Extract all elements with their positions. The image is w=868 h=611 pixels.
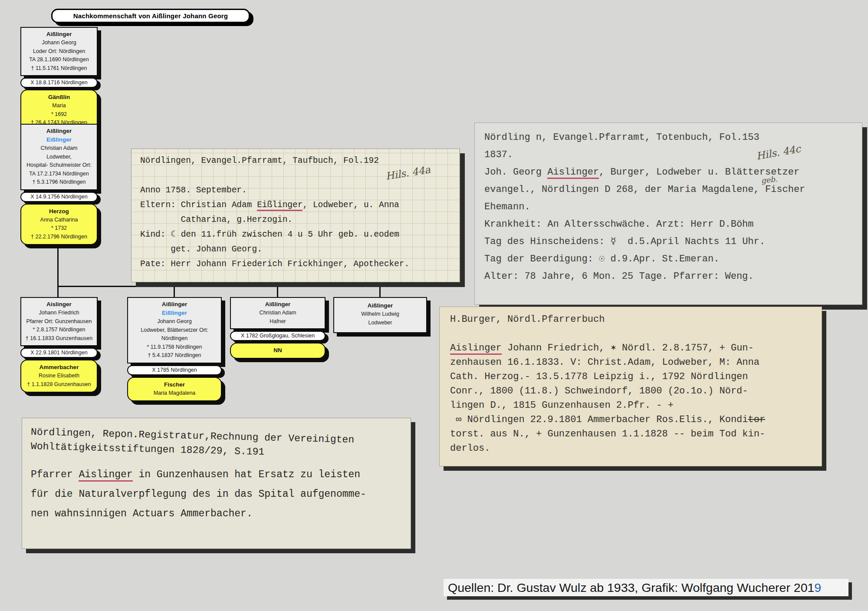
person-surname: Aislinger bbox=[22, 300, 96, 309]
source-attribution-text: Quellen: Dr. Gustav Wulz ab 1933, Grafik… bbox=[448, 581, 814, 595]
person-box-christian-adam-jr: Aißlinger Christian AdamHafner bbox=[230, 297, 326, 329]
marriage-pill: X 1785 Nördlingen bbox=[127, 365, 222, 375]
spouse-box-fischer: Fischer Maria Magdalena bbox=[127, 377, 222, 402]
chart-title: Nachkommenschaft von Aißlinger Johann Ge… bbox=[73, 12, 228, 20]
connector-bus bbox=[57, 286, 381, 287]
person-surname: Aißlinger bbox=[232, 300, 324, 309]
document-text: H.Burger, Nördl.PfarrerbuchAislinger Joh… bbox=[450, 312, 811, 456]
spouse-box-ammerbacher: Ammerbacher Rosine Elisabeth† 1.1.1828 G… bbox=[20, 360, 98, 393]
spouse-surname: Gänßlin bbox=[22, 93, 96, 102]
person-box-johann-georg-sr: Aißlinger Johann GeorgLoder Ort: Nördlin… bbox=[20, 27, 98, 76]
person-details: Johann FriedrichPfarrer Ort: Gunzenhause… bbox=[22, 309, 96, 343]
person-surname: Aißlinger bbox=[129, 300, 220, 309]
document-text: Nördlingen, Repon.Registratur,Rechnung d… bbox=[31, 425, 402, 524]
document-registratur: Nördlingen, Repon.Registratur,Rechnung d… bbox=[22, 418, 411, 549]
spouse-surname: NN bbox=[232, 346, 324, 355]
marriage-pill: X 14.9.1756 Nördlingen bbox=[20, 192, 98, 202]
family-unit-christian-adam-jr: Aißlinger Christian AdamHafner X 1782 Gr… bbox=[230, 297, 326, 359]
family-unit-christian-adam: Aißlinger Eißlinger Christian AdamLodweb… bbox=[20, 124, 98, 245]
person-details: Christian AdamLodweber,Hospital- Schulme… bbox=[22, 144, 96, 187]
family-unit-johann-georg-sr: Aißlinger Johann GeorgLoder Ort: Nördlin… bbox=[20, 27, 98, 131]
person-alt-surname: Eißlinger bbox=[22, 135, 96, 144]
person-box-wilhelm-ludwig: Aißlinger Wilhelm LudwigLodweber bbox=[333, 297, 427, 333]
spouse-surname: Ammerbacher bbox=[22, 363, 96, 372]
source-attribution-bar: Quellen: Dr. Gustav Wulz ab 1933, Grafik… bbox=[444, 579, 848, 596]
person-alt-surname: Eißlinger bbox=[129, 309, 220, 317]
person-box-johann-georg-jr: Aißlinger Eißlinger Johann GeorgLodweber… bbox=[127, 297, 222, 363]
person-details: Johann GeorgLoder Ort: NördlingenTA 28.1… bbox=[22, 39, 96, 73]
source-attribution-year-digit: 9 bbox=[814, 581, 821, 595]
genealogy-chart-canvas: Nachkommenschaft von Aißlinger Johann Ge… bbox=[0, 0, 868, 611]
person-details: Johann GeorgLodweber, Blättersetzer Ort:… bbox=[129, 317, 220, 360]
person-surname: Aißlinger bbox=[22, 30, 96, 39]
spouse-surname: Herzog bbox=[22, 207, 96, 216]
marriage-pill: X 22.9.1801 Nördlingen bbox=[20, 348, 98, 358]
spouse-surname: Fischer bbox=[129, 380, 220, 389]
spouse-details: Anna Catharina* 1732† 22.2.1796 Nördling… bbox=[22, 216, 96, 241]
spouse-details: Maria* 1692† 26.4.1743 Nördlingen bbox=[22, 102, 96, 127]
chart-title-banner: Nachkommenschaft von Aißlinger Johann Ge… bbox=[51, 9, 250, 23]
spouse-details: Rosine Elisabeth† 1.1.1828 Gunzenhausen bbox=[22, 372, 96, 389]
family-unit-johann-georg-jr: Aißlinger Eißlinger Johann GeorgLodweber… bbox=[127, 297, 222, 401]
spouse-box-herzog: Herzog Anna Catharina* 1732† 22.2.1796 N… bbox=[20, 204, 98, 245]
document-taufbuch: Nördlingen, Evangel.Pfarramt, Taufbuch, … bbox=[131, 149, 460, 282]
person-box-johann-friedrich: Aislinger Johann FriedrichPfarrer Ort: G… bbox=[20, 297, 98, 346]
document-totenbuch: Nördling n, Evangel.Pfarramt, Totenbuch,… bbox=[474, 122, 862, 305]
handwritten-note-geb: geb. bbox=[761, 175, 778, 185]
marriage-pill: X 1782 Großglogau, Schlesien bbox=[230, 331, 326, 341]
person-surname: Aißlinger bbox=[22, 127, 96, 135]
person-box-christian-adam: Aißlinger Eißlinger Christian AdamLodweb… bbox=[20, 124, 98, 190]
family-unit-johann-friedrich: Aislinger Johann FriedrichPfarrer Ort: G… bbox=[20, 297, 98, 393]
spouse-details: Maria Magdalena bbox=[129, 389, 220, 398]
person-surname: Aißlinger bbox=[335, 301, 425, 310]
person-details: Wilhelm LudwigLodweber bbox=[335, 310, 425, 327]
family-unit-wilhelm-ludwig: Aißlinger Wilhelm LudwigLodweber bbox=[333, 297, 427, 333]
person-details: Christian AdamHafner bbox=[232, 309, 324, 326]
spouse-box-nn: NN bbox=[230, 343, 326, 359]
document-pfarrerbuch: H.Burger, Nördl.PfarrerbuchAislinger Joh… bbox=[439, 307, 822, 466]
marriage-pill: X 18.8.1716 Nördlingen bbox=[20, 78, 98, 88]
